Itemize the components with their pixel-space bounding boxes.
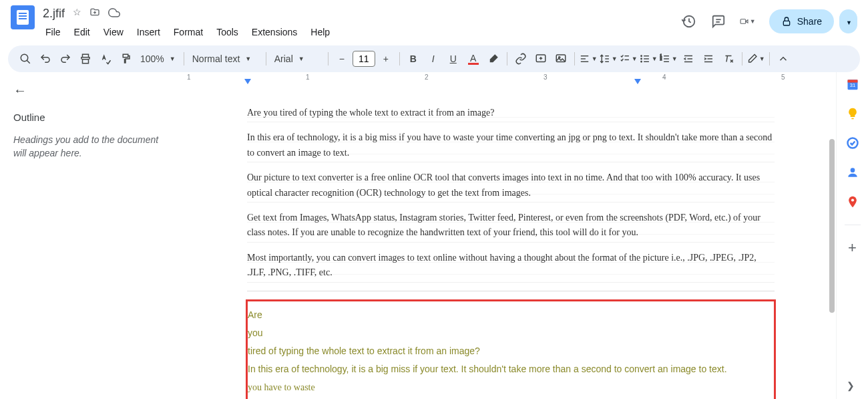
paint-format-button[interactable] — [116, 49, 135, 68]
horizontal-ruler[interactable]: 1 1 2 3 4 5 — [174, 72, 836, 86]
show-side-panel-button[interactable]: ❯ — [847, 380, 855, 391]
font-size-input[interactable] — [353, 51, 375, 67]
editor-area: 1 1 2 3 4 5 Are you tired of typing the … — [174, 72, 836, 399]
vertical-ruler[interactable] — [174, 86, 187, 399]
svg-point-4 — [21, 54, 28, 61]
italic-button[interactable]: I — [424, 49, 443, 68]
outline-back-button[interactable]: ← — [13, 83, 160, 98]
document-page[interactable]: Are you tired of typing the whole text t… — [187, 86, 835, 399]
menu-insert[interactable]: Insert — [132, 24, 166, 40]
numbered-list-button[interactable]: 12▼ — [659, 49, 678, 68]
handwritten-paragraph: Are you tired of typing the whole text t… — [247, 106, 775, 122]
svg-point-41 — [850, 168, 855, 172]
decrease-font-button[interactable]: − — [333, 49, 351, 68]
bold-button[interactable]: B — [404, 49, 423, 68]
share-button[interactable]: Share — [769, 9, 834, 33]
ocr-line: Are — [248, 308, 774, 322]
clear-formatting-button[interactable] — [719, 49, 738, 68]
cloud-status-icon[interactable] — [108, 7, 120, 21]
toolbar: 100%▼ Normal text▼ Arial▼ − + B I U A ▼ … — [8, 45, 860, 72]
spellcheck-button[interactable] — [96, 49, 115, 68]
contacts-icon[interactable] — [846, 166, 859, 179]
increase-indent-button[interactable] — [699, 49, 718, 68]
vertical-scrollbar[interactable] — [828, 72, 836, 399]
share-dropdown[interactable]: ▼ — [839, 9, 857, 33]
move-icon[interactable] — [89, 7, 100, 21]
right-indent-marker[interactable] — [634, 79, 641, 84]
comments-icon[interactable] — [710, 13, 726, 29]
svg-line-5 — [27, 60, 30, 63]
print-button[interactable] — [76, 49, 95, 68]
editing-mode-button[interactable]: ▼ — [746, 49, 765, 68]
svg-point-22 — [641, 61, 642, 62]
decrease-indent-button[interactable] — [679, 49, 698, 68]
menu-view[interactable]: View — [98, 24, 129, 40]
star-icon[interactable]: ☆ — [73, 7, 81, 21]
add-addon-icon[interactable]: + — [846, 241, 859, 255]
text-color-button[interactable]: A — [464, 49, 483, 68]
font-family-select[interactable]: Arial▼ — [270, 53, 324, 64]
tasks-icon[interactable] — [846, 136, 859, 150]
svg-point-20 — [641, 55, 642, 56]
left-indent-marker[interactable] — [244, 79, 251, 84]
keep-icon[interactable] — [846, 107, 859, 120]
share-label: Share — [797, 16, 822, 27]
paragraph-style-select[interactable]: Normal text▼ — [188, 53, 262, 64]
menu-format[interactable]: Format — [168, 24, 208, 40]
checklist-button[interactable]: ▼ — [619, 49, 638, 68]
handwritten-paragraph: Get text from Images, WhatsApp status, I… — [247, 211, 775, 243]
ocr-line: In this era of technology, it is a big m… — [248, 362, 774, 376]
svg-rect-3 — [783, 21, 789, 25]
increase-font-button[interactable]: + — [377, 49, 395, 68]
svg-text:2: 2 — [660, 57, 662, 61]
ocr-line: you — [248, 326, 774, 340]
undo-button[interactable] — [36, 49, 55, 68]
outline-hint: Headings you add to the document will ap… — [13, 134, 160, 160]
highlight-button[interactable] — [484, 49, 503, 68]
search-button[interactable] — [16, 49, 35, 68]
side-panel: 31 + — [836, 72, 868, 399]
handwritten-paragraph: Our picture to text converter is a free … — [247, 170, 775, 203]
bulleted-list-button[interactable]: ▼ — [639, 49, 658, 68]
svg-rect-2 — [740, 19, 746, 24]
line-spacing-button[interactable]: ▼ — [599, 49, 618, 68]
underline-button[interactable]: U — [444, 49, 463, 68]
svg-point-42 — [851, 198, 853, 201]
ocr-line: tired of typing the whole text to extrac… — [248, 344, 774, 358]
scroll-thumb[interactable] — [829, 139, 835, 313]
menu-extensions[interactable]: Extensions — [246, 24, 302, 40]
calendar-icon[interactable]: 31 — [846, 78, 859, 91]
insert-image-button[interactable] — [552, 49, 570, 68]
svg-text:31: 31 — [849, 82, 855, 88]
docs-logo[interactable] — [11, 5, 35, 29]
handwritten-paragraph: In this era of technology, it is a big m… — [247, 130, 775, 162]
ocr-result-box: Are you tired of typing the whole text t… — [246, 299, 776, 399]
menu-help[interactable]: Help — [305, 24, 335, 40]
meet-icon[interactable]: ▼ — [740, 13, 756, 29]
svg-rect-6 — [83, 59, 89, 63]
menu-tools[interactable]: Tools — [211, 24, 244, 40]
svg-point-21 — [641, 58, 642, 59]
collapse-toolbar-button[interactable] — [774, 49, 793, 68]
zoom-select[interactable]: 100%▼ — [136, 53, 180, 64]
history-icon[interactable] — [681, 13, 697, 29]
ocr-line: you have to waste — [248, 380, 774, 394]
handwritten-paragraph: Most importantly, you can convert images… — [247, 251, 775, 283]
maps-icon[interactable] — [846, 195, 859, 209]
insert-link-button[interactable] — [511, 49, 530, 68]
insert-comment-button[interactable] — [531, 49, 550, 68]
outline-panel: ← Outline Headings you add to the docume… — [0, 72, 174, 399]
menu-edit[interactable]: Edit — [69, 24, 95, 40]
outline-title: Outline — [13, 112, 160, 123]
menu-file[interactable]: File — [40, 24, 66, 40]
document-title[interactable]: 2.jfif — [43, 7, 65, 21]
redo-button[interactable] — [56, 49, 75, 68]
align-button[interactable]: ▼ — [579, 49, 598, 68]
